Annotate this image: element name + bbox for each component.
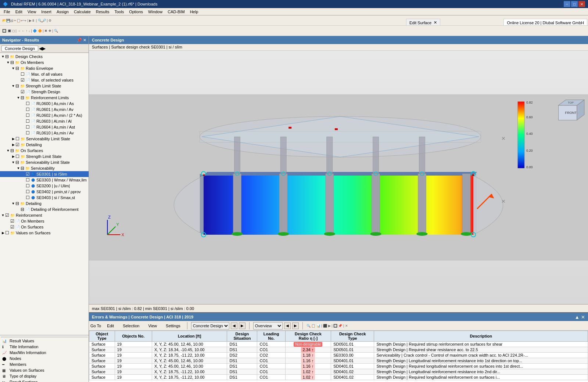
errors-overview-prev[interactable]: ◀ (284, 322, 291, 329)
tree-checkbox-serviceability[interactable] (21, 166, 24, 171)
tree-expand-serviceability[interactable]: ▼ (16, 166, 21, 170)
tree-item-values-surfaces[interactable]: ▶📁Values on Surfaces (0, 230, 89, 236)
menu-item-results[interactable]: Results (94, 9, 112, 15)
tree-item-se0301[interactable]: 🔵SE0301 | si /Slim (0, 171, 89, 177)
menu-item-help[interactable]: Help (188, 9, 201, 15)
tree-checkbox-detailing-reinf[interactable] (21, 207, 24, 212)
tree-item-detailing[interactable]: ▶📁Detailing (0, 142, 89, 148)
nav-bottom-result-sections[interactable]: ✂Result Sections (1, 379, 88, 382)
tree-expand-se0402[interactable] (21, 190, 26, 194)
tree-item-max-all[interactable]: 📄Max. of all values (0, 71, 89, 77)
tree-checkbox-rl0610[interactable] (26, 130, 30, 136)
tree-checkbox-detailing-surfaces[interactable] (15, 201, 19, 206)
menu-item-view[interactable]: View (25, 9, 39, 15)
menu-item-assign[interactable]: Assign (54, 9, 71, 15)
errors-close-button[interactable]: ✕ (581, 314, 585, 320)
tree-expand-max-all[interactable] (16, 72, 21, 76)
menu-item-options[interactable]: Options (127, 9, 145, 15)
errors-expand-button[interactable]: ▲ (575, 314, 580, 320)
tree-expand-rl0603[interactable] (21, 119, 26, 123)
menu-item-insert[interactable]: Insert (39, 9, 54, 15)
maximize-button[interactable]: □ (571, 1, 578, 7)
tree-expand-rl0610[interactable] (21, 131, 26, 135)
tree-item-serviceability-surfaces[interactable]: ▼📁Serviceability Limit State (0, 159, 89, 165)
errors-design-select[interactable]: Concrete Design (191, 322, 229, 329)
tree-checkbox-rl0604[interactable] (26, 125, 30, 130)
tree-checkbox-reinf-members[interactable] (10, 219, 14, 224)
tree-item-rl0601[interactable]: 📄RL0601 | Av,min / Av (0, 107, 89, 112)
tree-expand-detailing-surfaces[interactable]: ▼ (11, 201, 15, 206)
tree-checkbox-detailing[interactable] (15, 142, 19, 147)
nav-next-button[interactable]: ▶ (42, 46, 46, 51)
error-row-0[interactable]: Surface19X, Y, Z: 45.00, 12.46, 10.00DS1… (89, 342, 588, 347)
menu-item-file[interactable]: File (1, 9, 12, 15)
tree-expand-max-selected[interactable] (16, 78, 21, 82)
tree-expand-rl0604[interactable] (21, 125, 26, 129)
error-row-5[interactable]: Surface19X, Y, Z: 18.75, -11.22, 10.00DS… (89, 369, 588, 375)
tree-checkbox-reinf-limits[interactable] (21, 95, 24, 100)
tree-expand-reinf-surfaces[interactable] (6, 225, 10, 229)
tree-item-rl0600[interactable]: 📄RL0600 | As,min / As (0, 101, 89, 107)
tree-expand-reinf-limits[interactable]: ▼ (16, 96, 21, 100)
tree-checkbox-ratio-envelope[interactable] (15, 66, 19, 71)
tree-expand-serviceability-surfaces[interactable]: ▼ (11, 160, 15, 165)
tree-item-rl0610[interactable]: 📄RL0610 | As,min / Av (0, 130, 89, 136)
tree-item-reinf-surfaces[interactable]: 📄On Surfaces (0, 224, 89, 230)
errors-filter-prev[interactable]: ◀ (231, 322, 237, 329)
tree-item-se0403[interactable]: 🔵SE0403 | si / Smax,st (0, 195, 89, 201)
nav-bottom-maxmin-info[interactable]: 📈Max/Min Information (1, 350, 88, 356)
error-row-3[interactable]: Surface19X, Y, Z: 45.00, 12.46, 10.00DS1… (89, 358, 588, 364)
tree-checkbox-on-members[interactable] (10, 60, 14, 65)
tree-checkbox-rl0603[interactable] (26, 119, 30, 124)
tree-expand-design-checks[interactable]: ▼ (1, 54, 5, 59)
tree-checkbox-max-selected[interactable] (21, 78, 25, 83)
tree-expand-rl0601[interactable] (21, 107, 26, 112)
tree-item-design-checks[interactable]: ▼📁Design Checks (0, 54, 89, 60)
tree-checkbox-values-surfaces[interactable] (5, 230, 9, 235)
tree-expand-reinforcement[interactable]: ▼ (1, 213, 5, 217)
tree-checkbox-reinforcement[interactable] (5, 213, 9, 218)
tree-expand-on-members[interactable]: ▼ (6, 60, 10, 65)
tree-expand-reinf-members[interactable] (6, 219, 10, 223)
errors-menu-view[interactable]: View (145, 323, 160, 329)
tree-expand-se0200[interactable] (21, 184, 26, 188)
tree-checkbox-se0301[interactable] (26, 172, 30, 177)
tree-item-se0402[interactable]: 🔵SE0402 | ρmin,st / ρprov (0, 189, 89, 195)
tree-expand-detailing[interactable]: ▶ (11, 143, 15, 147)
tree-checkbox-on-surfaces[interactable] (10, 148, 14, 153)
menu-item-edit[interactable]: Edit (13, 9, 25, 15)
nav-bottom-title-info[interactable]: ℹTitle Information (1, 344, 88, 350)
tree-expand-strength-limit[interactable]: ▼ (11, 84, 15, 88)
tree-expand-serviceability-limit[interactable]: ▶ (11, 137, 15, 141)
nav-prev-button[interactable]: ◀ (39, 46, 42, 51)
tree-checkbox-strength-design[interactable] (21, 89, 25, 94)
tree-expand-strength-surfaces[interactable]: ▶ (11, 154, 15, 159)
tree-expand-se0301[interactable] (21, 172, 26, 176)
tree-expand-detailing-reinf[interactable] (16, 207, 21, 212)
tree-expand-rl0600[interactable] (21, 101, 26, 106)
tree-item-serviceability[interactable]: ▼📁Serviceability (0, 165, 89, 171)
tree-item-se0303[interactable]: 🔵SE0303 | Wmax / Wmax,lim (0, 177, 89, 183)
close-button[interactable]: ✕ (578, 1, 585, 7)
tree-expand-values-surfaces[interactable]: ▶ (1, 231, 5, 235)
tree-item-detailing-reinf[interactable]: 📄Detailing of Reinforcement (0, 206, 89, 212)
tree-item-ratio-envelope[interactable]: ▼📁Ratio Envelope (0, 65, 89, 71)
menu-item-cad-bim[interactable]: CAD-BIM (165, 9, 187, 15)
nav-bottom-values-on-surfaces[interactable]: ▦Values on Surfaces (1, 367, 88, 373)
nav-bottom-type-of-display[interactable]: 🖥Type of display (1, 373, 88, 379)
tree-checkbox-rl0601[interactable] (26, 107, 30, 112)
errors-menu-selection[interactable]: Selection (120, 323, 142, 329)
nav-close-button[interactable]: ✕ (83, 38, 86, 43)
tree-checkbox-strength-surfaces[interactable] (15, 154, 19, 159)
nav-bottom-nodes[interactable]: ⬤Nodes (1, 356, 88, 361)
tree-item-strength-design[interactable]: 📄Strength Design (0, 89, 89, 95)
errors-filter-next[interactable]: ▶ (239, 322, 245, 329)
tree-item-rl0603[interactable]: 📄RL0603 | Al,min / Al (0, 118, 89, 124)
tree-item-reinf-members[interactable]: 📄On Members (0, 218, 89, 224)
tree-checkbox-max-all[interactable] (21, 72, 25, 77)
tree-checkbox-reinf-surfaces[interactable] (10, 224, 14, 230)
tree-item-reinf-limits[interactable]: ▼📁Reinforcement Limits (0, 95, 89, 101)
menu-item-window[interactable]: Window (146, 9, 165, 15)
errors-overview-select[interactable]: Overview (253, 322, 283, 329)
tree-expand-on-surfaces[interactable]: ▼ (6, 148, 10, 153)
